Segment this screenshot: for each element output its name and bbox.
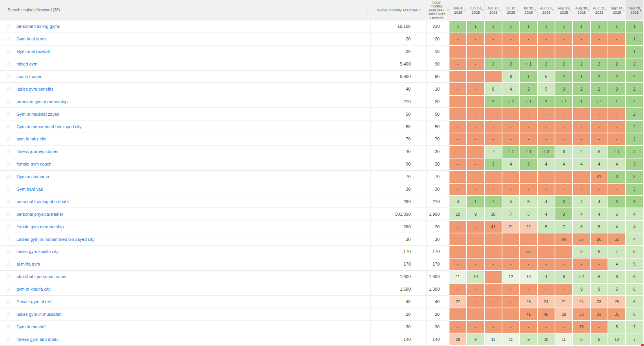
rank-cell[interactable]: 5	[520, 208, 537, 220]
rank-cell[interactable]: 2	[484, 58, 502, 71]
star-icon[interactable]: ☆	[6, 299, 16, 304]
keyword-link[interactable]: Ladies gym in mohammed bin zayed city	[16, 237, 95, 242]
rank-cell[interactable]: -	[537, 120, 555, 133]
rank-cell[interactable]: -	[449, 158, 467, 171]
rank-cell[interactable]: 1	[590, 20, 608, 33]
sort-arrows-icon[interactable]: ▲▼	[605, 8, 607, 12]
rank-cell[interactable]: 6	[502, 71, 520, 83]
sort-arrows-icon[interactable]: ▲▼	[367, 8, 369, 12]
keyword-link[interactable]: Gym in mushrif	[16, 324, 45, 329]
rank-cell[interactable]: 2	[590, 58, 608, 71]
rank-cell[interactable]: 4	[573, 208, 590, 220]
keyword-link[interactable]: Gym bani yas	[16, 187, 43, 191]
rank-cell[interactable]: 27	[449, 296, 467, 308]
rank-cell[interactable]: -	[590, 258, 608, 271]
rank-cell[interactable]: ✻1	[555, 95, 573, 108]
keyword-link[interactable]: personal training abu dhabi	[16, 199, 69, 204]
rank-cell[interactable]: 1	[573, 95, 590, 108]
rank-cell[interactable]: -	[449, 33, 467, 46]
rank-cell[interactable]: 2	[484, 95, 502, 108]
rank-cell[interactable]: 7	[484, 146, 502, 158]
keyword-link[interactable]: Gym in mohammed bin zayed city	[16, 124, 82, 129]
col-header-date[interactable]: Jul 30, 2025▲▼	[520, 0, 537, 20]
rank-cell[interactable]: -	[573, 133, 590, 146]
rank-cell[interactable]: -	[449, 246, 467, 258]
rank-cell[interactable]: 10	[467, 271, 484, 283]
rank-cell[interactable]: -	[555, 171, 573, 183]
rank-cell[interactable]: 2	[555, 71, 573, 83]
rank-cell[interactable]: -	[502, 308, 520, 321]
rank-cell[interactable]: 11	[502, 333, 520, 346]
rank-cell[interactable]: 37	[520, 246, 537, 258]
rank-cell[interactable]: 41	[520, 308, 537, 321]
rank-cell[interactable]: 12	[502, 271, 520, 283]
rank-cell[interactable]: -	[608, 108, 626, 120]
star-icon[interactable]: ☆	[6, 274, 16, 279]
rank-cell[interactable]: 11	[484, 333, 502, 346]
rank-cell[interactable]: 8	[573, 220, 590, 233]
rank-cell[interactable]: 2	[626, 58, 643, 71]
keyword-link[interactable]: fitness journey stories	[16, 149, 58, 154]
rank-cell[interactable]: 3	[626, 195, 643, 208]
rank-cell[interactable]: -	[590, 321, 608, 333]
star-icon[interactable]: ☆	[6, 224, 16, 229]
sort-arrows-icon[interactable]: ▲▼	[419, 8, 421, 12]
rank-cell[interactable]: -	[502, 108, 520, 120]
rank-cell[interactable]: 4	[608, 158, 626, 171]
rank-cell[interactable]: -	[520, 283, 537, 296]
sort-arrows-icon[interactable]: ▲▼	[588, 8, 589, 12]
rank-cell[interactable]: 3	[608, 83, 626, 95]
rank-cell[interactable]: -	[502, 33, 520, 46]
rank-cell[interactable]: ✻2	[537, 146, 555, 158]
star-icon[interactable]: ☆	[6, 36, 16, 42]
rank-cell[interactable]: -	[537, 283, 555, 296]
rank-cell[interactable]: 6	[626, 271, 643, 283]
rank-cell[interactable]: ✻1	[590, 95, 608, 108]
rank-cell[interactable]: -	[555, 46, 573, 58]
star-icon[interactable]: ☆	[6, 337, 16, 342]
sort-arrows-icon[interactable]: ▲▼	[535, 8, 537, 12]
rank-cell[interactable]: 10	[608, 333, 626, 346]
rank-cell[interactable]: -	[449, 58, 467, 71]
col-header-date[interactable]: Sep 14, 2025▲▼	[608, 0, 626, 20]
rank-cell[interactable]: 2	[573, 58, 590, 71]
rank-cell[interactable]: -	[449, 233, 467, 246]
sort-arrows-icon[interactable]: ▲▼	[623, 8, 625, 12]
rank-cell[interactable]: -	[520, 108, 537, 120]
rank-cell[interactable]: 1	[626, 33, 643, 46]
rank-cell[interactable]: -	[467, 33, 484, 46]
rank-cell[interactable]: -	[520, 233, 537, 246]
rank-cell[interactable]: 9	[467, 333, 484, 346]
keyword-link[interactable]: Gym in madinat zayed	[16, 112, 59, 117]
rank-cell[interactable]: 1	[520, 71, 537, 83]
rank-cell[interactable]: -	[590, 46, 608, 58]
rank-cell[interactable]: 3	[555, 83, 573, 95]
rank-cell[interactable]: 11	[449, 271, 467, 283]
col-header-date[interactable]: Aug 29, 2025▲▼	[555, 0, 573, 20]
rank-cell[interactable]: 8	[573, 246, 590, 258]
rank-cell[interactable]: 2	[590, 71, 608, 83]
rank-cell[interactable]: 3	[555, 195, 573, 208]
rank-cell[interactable]: 3	[626, 158, 643, 171]
rank-cell[interactable]: -	[520, 46, 537, 58]
rank-cell[interactable]: 1	[467, 195, 484, 208]
rank-cell[interactable]: -	[502, 233, 520, 246]
rank-cell[interactable]: -	[484, 271, 502, 283]
rank-cell[interactable]: 23	[590, 296, 608, 308]
rank-cell[interactable]: -	[520, 258, 537, 271]
rank-cell[interactable]: 3	[608, 195, 626, 208]
rank-cell[interactable]: -	[449, 83, 467, 95]
rank-cell[interactable]: 6	[590, 146, 608, 158]
star-icon[interactable]: ☆	[6, 62, 16, 67]
rank-cell[interactable]: 5	[608, 321, 626, 333]
rank-cell[interactable]: 33	[590, 308, 608, 321]
rank-cell[interactable]: 1	[537, 20, 555, 33]
rank-cell[interactable]: 1	[484, 195, 502, 208]
col-header-date[interactable]: Aug 30, 2025▲▼	[573, 0, 590, 20]
col-header-local-searches[interactable]: Local monthlysearches -United ArabEmirat…	[427, 0, 449, 20]
rank-cell[interactable]: -	[467, 258, 484, 271]
keyword-link[interactable]: mixed gym	[16, 62, 37, 66]
rank-cell[interactable]: -	[467, 233, 484, 246]
rank-cell[interactable]: -	[467, 283, 484, 296]
rank-cell[interactable]: -	[449, 46, 467, 58]
